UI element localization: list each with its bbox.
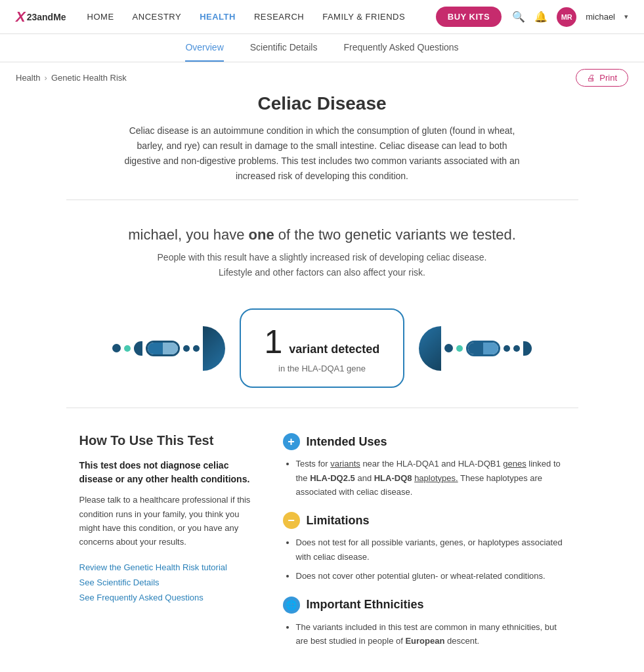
breadcrumb-separator: › xyxy=(45,73,47,83)
limitations-list: Does not test for all possible variants,… xyxy=(283,536,565,583)
dot-dark-r3 xyxy=(513,345,520,352)
link-scientific[interactable]: See Scientific Details xyxy=(79,578,257,587)
dot-teal-r1 xyxy=(456,345,463,352)
breadcrumb: Health › Genetic Health Risk xyxy=(16,73,127,83)
left-links: Review the Genetic Health Risk tutorial … xyxy=(79,562,257,602)
variant-number: 1 xyxy=(265,324,283,360)
viz-right-group xyxy=(419,326,532,371)
nav-icons: 🔍 🔔 MR michael ▾ xyxy=(512,7,628,27)
tab-overview[interactable]: Overview xyxy=(185,34,223,62)
dot-dark-2 xyxy=(183,345,190,352)
buy-kits-button[interactable]: BUY KITS xyxy=(436,7,502,27)
top-nav: X 23andMe HOME ANCESTRY HEALTH RESEARCH … xyxy=(0,0,644,34)
globe-icon: 🌐 xyxy=(283,597,300,614)
result-section: michael, you have one of the two genetic… xyxy=(79,216,565,302)
breadcrumb-parent[interactable]: Health xyxy=(16,73,41,83)
plus-icon: + xyxy=(283,433,300,450)
ethnicities-item-1: The variants included in this test are c… xyxy=(296,620,565,648)
print-icon: 🖨 xyxy=(587,73,595,83)
variant-card: 1 variant detected in the HLA-DQA1 gene xyxy=(240,308,405,388)
dot-dark-r2 xyxy=(504,345,510,352)
lower-section: How To Use This Test This test does not … xyxy=(79,427,565,662)
bell-icon[interactable]: 🔔 xyxy=(534,10,547,23)
result-sub-text: People with this result have a slightly … xyxy=(152,250,493,280)
breadcrumb-current: Genetic Health Risk xyxy=(51,73,127,83)
intended-uses-heading: + Intended Uses xyxy=(283,433,565,450)
ethnicities-section: 🌐 Important Ethnicities The variants inc… xyxy=(283,597,565,648)
viz-left-group xyxy=(112,326,225,371)
chrom-left xyxy=(146,341,180,356)
half-circle-small-left xyxy=(134,341,142,356)
chevron-down-icon: ▾ xyxy=(624,12,628,21)
sub-nav: Overview Scientific Details Frequently A… xyxy=(0,34,644,62)
limitations-heading: − Limitations xyxy=(283,512,565,529)
intended-uses-label: Intended Uses xyxy=(307,435,387,449)
main-content: Celiac Disease Celiac disease is an auto… xyxy=(66,93,578,672)
print-button[interactable]: 🖨 Print xyxy=(576,69,628,87)
ethnicities-label: Important Ethnicities xyxy=(307,598,424,612)
minus-icon: − xyxy=(283,512,300,529)
intended-uses-list: Tests for variants near the HLA-DQA1 and… xyxy=(283,457,565,499)
how-to-use-heading: How To Use This Test xyxy=(79,433,257,448)
link-tutorial[interactable]: Review the Genetic Health Risk tutorial xyxy=(79,562,257,572)
nav-health[interactable]: HEALTH xyxy=(200,12,236,22)
intended-uses-section: + Intended Uses Tests for variants near … xyxy=(283,433,565,499)
lower-left: How To Use This Test This test does not … xyxy=(79,433,257,662)
search-icon[interactable]: 🔍 xyxy=(512,10,525,23)
limitations-item-1: Does not test for all possible variants,… xyxy=(296,536,565,564)
nav-family[interactable]: FAMILY & FRIENDS xyxy=(322,12,405,22)
page-title: Celiac Disease xyxy=(79,93,565,114)
ethnicities-heading: 🌐 Important Ethnicities xyxy=(283,597,565,614)
divider-2 xyxy=(66,408,578,408)
logo-x-icon: X xyxy=(16,9,26,26)
variant-gene: in the HLA-DQA1 gene xyxy=(265,364,380,373)
nav-links: HOME ANCESTRY HEALTH RESEARCH FAMILY & F… xyxy=(87,12,436,22)
dot-dark-1 xyxy=(112,344,121,352)
variant-label: variant detected xyxy=(289,343,379,356)
big-semi-right xyxy=(203,326,225,371)
limitations-section: − Limitations Does not test for all poss… xyxy=(283,512,565,583)
logo[interactable]: X 23andMe xyxy=(16,9,66,26)
nav-ancestry[interactable]: ANCESTRY xyxy=(133,12,182,22)
user-name[interactable]: michael xyxy=(586,12,615,22)
intended-uses-item-1: Tests for variants near the HLA-DQA1 and… xyxy=(296,457,565,499)
nav-research[interactable]: RESEARCH xyxy=(254,12,304,22)
dot-dark-3 xyxy=(193,345,200,352)
link-faq[interactable]: See Frequently Asked Questions xyxy=(79,593,257,602)
nav-home[interactable]: HOME xyxy=(87,12,114,22)
intro-text: Celiac disease is an autoimmune conditio… xyxy=(119,123,526,184)
divider-1 xyxy=(66,200,578,200)
variant-count-line: 1 variant detected xyxy=(265,323,380,361)
logo-name: 23andMe xyxy=(27,12,66,22)
half-circle-small-right xyxy=(523,341,532,356)
limitations-item-2: Does not cover other potential gluten- o… xyxy=(296,569,565,583)
chrom-right xyxy=(466,341,500,356)
variant-visualization: 1 variant detected in the HLA-DQA1 gene xyxy=(79,308,565,388)
result-statement: michael, you have one of the two genetic… xyxy=(79,226,565,243)
para-talk: Please talk to a healthcare professional… xyxy=(79,493,257,549)
avatar: MR xyxy=(557,7,576,27)
ethnicities-list: The variants included in this test are c… xyxy=(283,620,565,648)
tab-scientific-details[interactable]: Scientific Details xyxy=(250,34,318,62)
lower-right: + Intended Uses Tests for variants near … xyxy=(283,433,565,662)
limitations-label: Limitations xyxy=(307,514,370,528)
breadcrumb-bar: Health › Genetic Health Risk 🖨 Print xyxy=(0,62,644,93)
big-semi-left xyxy=(419,326,441,371)
bold-warning: This test does not diagnose celiac disea… xyxy=(79,459,257,486)
dot-dark-r1 xyxy=(444,344,453,352)
tab-faq[interactable]: Frequently Asked Questions xyxy=(343,34,458,62)
dot-teal-1 xyxy=(124,345,131,352)
